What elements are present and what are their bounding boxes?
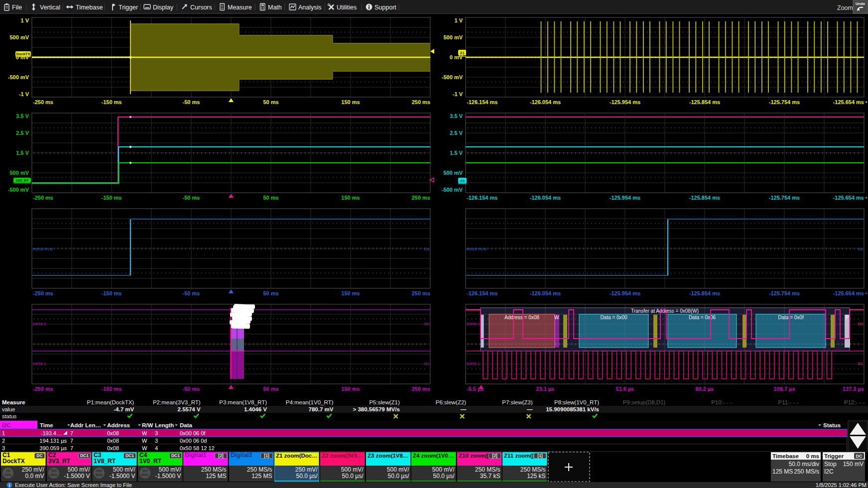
- svg-text:500 mV/: 500 mV/: [341, 466, 364, 473]
- svg-text:-500 mV: -500 mV: [442, 187, 463, 193]
- svg-text:[1]: [1]: [264, 453, 269, 458]
- svg-text:DATA 0: DATA 0: [33, 322, 46, 326]
- svg-text:D8: D8: [424, 247, 430, 251]
- svg-text:500 mV/: 500 mV/: [432, 466, 455, 473]
- svg-text:500: 500: [51, 469, 57, 473]
- svg-text:DC: DC: [856, 454, 863, 459]
- svg-text:status: status: [2, 413, 17, 419]
- svg-text:-125.654 ms: -125.654 ms: [833, 290, 864, 296]
- svg-text:-150 ms: -150 ms: [102, 99, 122, 105]
- svg-text:DC1: DC1: [171, 453, 180, 458]
- svg-text:500 mV/: 500 mV/: [159, 466, 181, 473]
- svg-text:Data = 0x06: Data = 0x06: [689, 315, 716, 320]
- svg-text:3: 3: [155, 438, 158, 444]
- svg-text:50.0 µs/: 50.0 µs/: [296, 473, 318, 480]
- svg-text:500 mV/: 500 mV/: [387, 466, 409, 473]
- svg-text:Data: Data: [180, 422, 193, 428]
- svg-text:0x08: 0x08: [107, 430, 119, 436]
- svg-text:-250 ms: -250 ms: [33, 99, 53, 105]
- svg-text:-1 V: -1 V: [19, 91, 29, 97]
- svg-text:I2C: I2C: [2, 422, 11, 428]
- svg-text:Data = 0x0f: Data = 0x0f: [778, 315, 804, 320]
- svg-text:1 V: 1 V: [20, 17, 29, 23]
- svg-text:23.1 µs: 23.1 µs: [536, 386, 555, 392]
- svg-text:DATA 1: DATA 1: [467, 362, 480, 366]
- svg-text:150 mV: 150 mV: [843, 461, 864, 468]
- svg-text:File: File: [12, 4, 22, 11]
- svg-text:Z2 zoom(3V3…: Z2 zoom(3V3…: [322, 453, 363, 459]
- svg-text:P11:- - -: P11:- - -: [778, 399, 799, 405]
- svg-text:-193.4…: -193.4…: [41, 430, 62, 436]
- svg-text:125 MS: 125 MS: [251, 473, 272, 480]
- svg-text:DockTX: DockTX: [2, 458, 25, 465]
- svg-text:250 ms: 250 ms: [412, 195, 430, 201]
- svg-text:15.9090085381 kV/s: 15.9090085381 kV/s: [546, 406, 599, 412]
- svg-text:16: 16: [6, 469, 10, 473]
- svg-text:Math: Math: [268, 4, 282, 11]
- svg-text:Measure: Measure: [2, 399, 25, 405]
- svg-text:Length: Length: [155, 422, 174, 428]
- svg-text:7: 7: [70, 445, 73, 451]
- svg-text:500 mV: 500 mV: [9, 170, 29, 176]
- svg-text:P10:- - -: P10:- - -: [711, 399, 732, 405]
- svg-text:2: 2: [2, 438, 5, 444]
- svg-text:W: W: [142, 445, 147, 451]
- svg-text:2.5 V: 2.5 V: [16, 130, 29, 136]
- svg-text:-126.154 ms: -126.154 ms: [467, 195, 497, 201]
- svg-text:P1:mean(DockTX): P1:mean(DockTX): [87, 399, 134, 405]
- svg-text:-1.5000 V: -1.5000 V: [155, 473, 181, 480]
- svg-text:250 MS/s: 250 MS/s: [520, 466, 546, 473]
- svg-text:0x08: 0x08: [107, 438, 119, 444]
- svg-text:Digital2: Digital2: [231, 452, 252, 459]
- svg-text:RESETN B: RESETN B: [467, 247, 487, 251]
- svg-text:3.5 V: 3.5 V: [450, 113, 463, 119]
- svg-text:-500 mV: -500 mV: [8, 74, 29, 80]
- svg-text:250 mV/: 250 mV/: [295, 466, 318, 473]
- svg-text:1: 1: [2, 430, 5, 436]
- svg-text:1.4046 V: 1.4046 V: [244, 406, 267, 412]
- svg-text:-125.654 ms: -125.654 ms: [833, 195, 864, 201]
- svg-text:-500 mV: -500 mV: [8, 187, 29, 193]
- svg-text:MHz: MHz: [141, 473, 149, 477]
- svg-text:D1: D1: [424, 362, 430, 366]
- svg-text:Zoom: Zoom: [837, 4, 853, 11]
- svg-text:-125.954 ms: -125.954 ms: [610, 290, 640, 296]
- svg-text:0x00 06 0d: 0x00 06 0d: [180, 438, 207, 444]
- svg-text:DATA 0: DATA 0: [467, 322, 480, 326]
- svg-text:1V8_RT: 1V8_RT: [94, 458, 116, 465]
- svg-text:-1.5000 V: -1.5000 V: [109, 473, 135, 480]
- svg-text:50 ms: 50 ms: [263, 386, 278, 392]
- svg-text:4: 4: [155, 445, 158, 451]
- svg-text:-250 ms: -250 ms: [33, 386, 53, 392]
- svg-text:-126.154 ms: -126.154 ms: [467, 99, 497, 105]
- svg-text:500 mV/: 500 mV/: [68, 466, 90, 473]
- svg-text:1V0_RT: 1V0_RT: [139, 458, 162, 465]
- svg-text:125 kS: 125 kS: [527, 473, 545, 480]
- svg-text:Measure: Measure: [228, 4, 252, 11]
- svg-text:P12:- - -: P12:- - -: [844, 399, 865, 405]
- svg-text:0x50 58 12 12: 0x50 58 12 12: [180, 445, 215, 451]
- svg-text:D0: D0: [424, 322, 430, 326]
- svg-text:-125.654 ms: -125.654 ms: [833, 99, 864, 105]
- svg-text:150 ms: 150 ms: [341, 386, 360, 392]
- svg-text:> 380.56579 MV/s: > 380.56579 MV/s: [353, 406, 399, 412]
- svg-text:-125.754 ms: -125.754 ms: [769, 195, 800, 201]
- svg-text:Z1: Z1: [460, 51, 465, 55]
- svg-text:Support: Support: [374, 4, 396, 11]
- svg-text:Z1 zoom(Doc…: Z1 zoom(Doc…: [276, 453, 318, 459]
- svg-text:P: P: [846, 315, 849, 320]
- svg-text:50.0 µs/: 50.0 µs/: [433, 473, 455, 480]
- svg-text:-125.954 ms: -125.954 ms: [610, 99, 640, 105]
- svg-text:500 mV: 500 mV: [443, 170, 463, 176]
- svg-text:-500 mV: -500 mV: [442, 74, 463, 80]
- svg-text:-50 ms: -50 ms: [183, 99, 200, 105]
- svg-text:Vertical: Vertical: [40, 4, 60, 11]
- svg-text:Address = 0x08: Address = 0x08: [504, 315, 539, 320]
- svg-text:DC1: DC1: [125, 453, 134, 458]
- svg-text:Address: Address: [107, 422, 130, 428]
- svg-text:3.5 V: 3.5 V: [16, 113, 29, 119]
- svg-text:Digital1: Digital1: [185, 452, 207, 459]
- svg-text:500: 500: [142, 469, 148, 473]
- svg-text:Transfer at Address = 0x08(W): Transfer at Address = 0x08(W): [631, 308, 699, 314]
- svg-text:-125.954 ms: -125.954 ms: [610, 195, 640, 201]
